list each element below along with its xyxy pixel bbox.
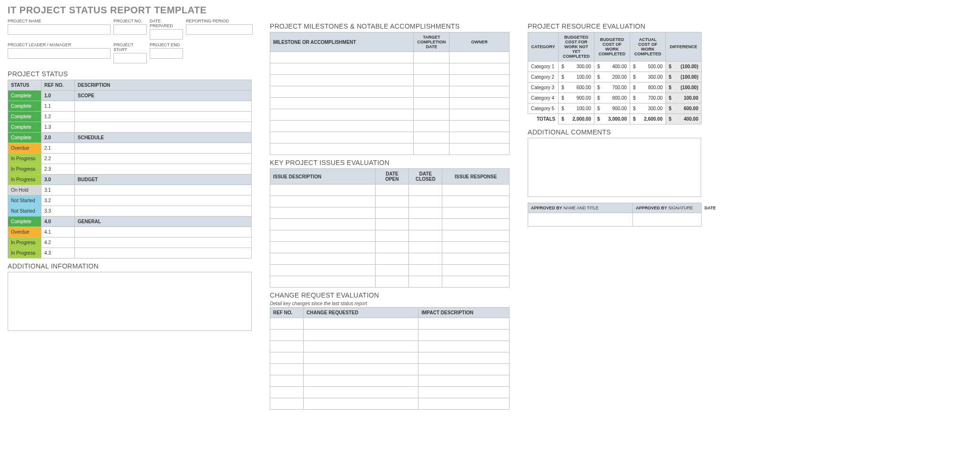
empty-cell[interactable] xyxy=(270,207,376,219)
status-cell[interactable]: Overdue xyxy=(8,227,41,237)
additional-info-box[interactable] xyxy=(8,272,252,331)
empty-cell[interactable] xyxy=(409,253,442,265)
empty-cell[interactable] xyxy=(414,132,449,144)
empty-cell[interactable] xyxy=(442,265,510,276)
empty-cell[interactable] xyxy=(442,207,510,219)
empty-cell[interactable] xyxy=(375,230,408,242)
empty-cell[interactable] xyxy=(442,230,510,242)
empty-cell[interactable] xyxy=(270,364,304,375)
empty-cell[interactable] xyxy=(304,364,419,375)
empty-cell[interactable] xyxy=(414,121,449,132)
status-cell[interactable]: In Progress xyxy=(8,248,41,258)
empty-cell[interactable] xyxy=(449,63,510,75)
empty-cell[interactable] xyxy=(442,253,510,265)
empty-cell[interactable] xyxy=(419,341,510,352)
empty-cell[interactable] xyxy=(442,242,510,253)
empty-cell[interactable] xyxy=(375,276,408,288)
empty-cell[interactable] xyxy=(442,196,510,207)
empty-cell[interactable] xyxy=(270,398,304,410)
comments-box[interactable] xyxy=(528,138,701,197)
status-cell[interactable]: Complete xyxy=(8,217,41,227)
empty-cell[interactable] xyxy=(414,109,449,121)
cell-approved-name[interactable] xyxy=(528,213,633,227)
empty-cell[interactable] xyxy=(409,276,442,288)
status-cell[interactable]: In Progress xyxy=(8,237,41,248)
empty-cell[interactable] xyxy=(449,52,510,63)
empty-cell[interactable] xyxy=(375,253,408,265)
empty-cell[interactable] xyxy=(304,398,419,410)
empty-cell[interactable] xyxy=(270,242,376,253)
status-cell[interactable]: Complete xyxy=(8,122,41,133)
input-date-prepared[interactable] xyxy=(150,29,183,40)
empty-cell[interactable] xyxy=(414,98,449,109)
empty-cell[interactable] xyxy=(270,132,414,144)
empty-cell[interactable] xyxy=(375,219,408,230)
status-cell[interactable]: Overdue xyxy=(8,143,41,154)
status-cell[interactable]: Complete xyxy=(8,91,41,101)
empty-cell[interactable] xyxy=(409,196,442,207)
empty-cell[interactable] xyxy=(419,330,510,341)
status-cell[interactable]: Complete xyxy=(8,133,41,143)
cell-approved-sig[interactable] xyxy=(633,213,702,227)
empty-cell[interactable] xyxy=(375,265,408,276)
empty-cell[interactable] xyxy=(414,86,449,98)
status-cell[interactable]: Not Started xyxy=(8,206,41,217)
empty-cell[interactable] xyxy=(270,98,414,109)
empty-cell[interactable] xyxy=(270,144,414,155)
empty-cell[interactable] xyxy=(449,132,510,144)
empty-cell[interactable] xyxy=(270,330,304,341)
empty-cell[interactable] xyxy=(419,352,510,364)
empty-cell[interactable] xyxy=(449,121,510,132)
empty-cell[interactable] xyxy=(409,185,442,196)
status-cell[interactable]: In Progress xyxy=(8,154,41,164)
input-project-leader[interactable] xyxy=(8,48,111,59)
status-cell[interactable]: Not Started xyxy=(8,196,41,206)
empty-cell[interactable] xyxy=(409,219,442,230)
status-cell[interactable]: On Hold xyxy=(8,185,41,196)
empty-cell[interactable] xyxy=(270,63,414,75)
empty-cell[interactable] xyxy=(270,185,376,196)
empty-cell[interactable] xyxy=(304,375,419,387)
empty-cell[interactable] xyxy=(414,144,449,155)
empty-cell[interactable] xyxy=(375,207,408,219)
empty-cell[interactable] xyxy=(270,109,414,121)
empty-cell[interactable] xyxy=(419,387,510,398)
status-cell[interactable]: In Progress xyxy=(8,175,41,185)
empty-cell[interactable] xyxy=(270,387,304,398)
empty-cell[interactable] xyxy=(449,75,510,86)
empty-cell[interactable] xyxy=(414,63,449,75)
empty-cell[interactable] xyxy=(270,253,376,265)
status-cell[interactable]: In Progress xyxy=(8,164,41,175)
empty-cell[interactable] xyxy=(419,375,510,387)
empty-cell[interactable] xyxy=(304,330,419,341)
empty-cell[interactable] xyxy=(442,219,510,230)
empty-cell[interactable] xyxy=(270,265,376,276)
status-cell[interactable]: Complete xyxy=(8,101,41,112)
input-project-name[interactable] xyxy=(8,24,111,35)
empty-cell[interactable] xyxy=(449,86,510,98)
empty-cell[interactable] xyxy=(270,341,304,352)
empty-cell[interactable] xyxy=(270,219,376,230)
input-project-no[interactable] xyxy=(113,24,147,35)
empty-cell[interactable] xyxy=(375,242,408,253)
empty-cell[interactable] xyxy=(270,276,376,288)
empty-cell[interactable] xyxy=(419,398,510,410)
empty-cell[interactable] xyxy=(270,352,304,364)
input-project-end[interactable] xyxy=(150,48,183,59)
empty-cell[interactable] xyxy=(409,207,442,219)
empty-cell[interactable] xyxy=(409,242,442,253)
empty-cell[interactable] xyxy=(270,75,414,86)
empty-cell[interactable] xyxy=(270,86,414,98)
empty-cell[interactable] xyxy=(270,375,304,387)
empty-cell[interactable] xyxy=(419,318,510,330)
empty-cell[interactable] xyxy=(304,387,419,398)
empty-cell[interactable] xyxy=(409,265,442,276)
empty-cell[interactable] xyxy=(270,318,304,330)
empty-cell[interactable] xyxy=(375,196,408,207)
empty-cell[interactable] xyxy=(442,276,510,288)
empty-cell[interactable] xyxy=(304,352,419,364)
empty-cell[interactable] xyxy=(270,230,376,242)
empty-cell[interactable] xyxy=(375,185,408,196)
empty-cell[interactable] xyxy=(442,185,510,196)
empty-cell[interactable] xyxy=(414,75,449,86)
